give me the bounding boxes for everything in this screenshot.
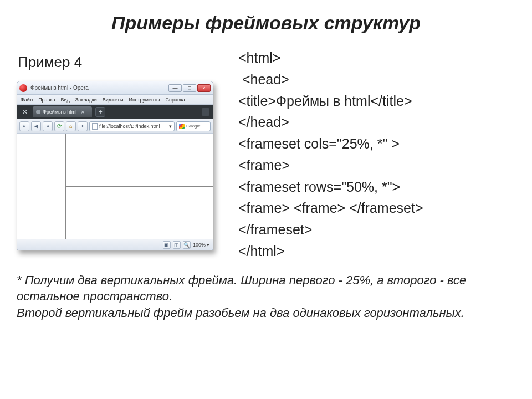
new-tab-button[interactable]: +	[95, 107, 105, 117]
camera-icon[interactable]: ▣	[163, 241, 171, 249]
statusbar: ▣ ◫ 🔍 100% ▾	[17, 239, 213, 250]
tabbar: ✕ Фреймы в html × +	[17, 105, 213, 119]
zoom-level[interactable]: 100% ▾	[193, 242, 209, 248]
menu-help[interactable]: Справка	[166, 97, 185, 103]
code-line: <frame>	[238, 155, 515, 176]
address-text: file://localhost/D:/index.html	[99, 124, 160, 129]
code-listing: <html> <head> <title>Фреймы в html</titl…	[238, 44, 515, 262]
trash-icon[interactable]	[202, 108, 209, 116]
tab-close-icon[interactable]: ×	[79, 108, 86, 116]
menu-file[interactable]: Файл	[21, 97, 33, 103]
address-toolbar: « ◄ » ⟳ ⌂ • file://localhost/D:/index.ht…	[17, 119, 213, 134]
code-line: <title>Фреймы в html</title>	[238, 90, 515, 112]
window-titlebar: Фреймы в html - Opera — □ ×	[17, 81, 213, 95]
menu-tools[interactable]: Инструменты	[129, 97, 160, 103]
tab-label: Фреймы в html	[43, 109, 76, 115]
page-viewport	[17, 134, 213, 239]
wand-button[interactable]: •	[78, 121, 88, 131]
frame-right	[66, 134, 213, 239]
window-controls: — □ ×	[168, 84, 211, 92]
chevron-down-icon: ▾	[207, 242, 209, 248]
code-line: </frameset>	[238, 219, 515, 241]
minimize-button[interactable]: —	[168, 84, 182, 92]
menu-view[interactable]: Вид	[61, 97, 70, 103]
address-input[interactable]: file://localhost/D:/index.html ▾	[89, 121, 175, 131]
code-line: <frame> <frame> </frameset>	[238, 197, 515, 219]
menu-bookmarks[interactable]: Закладки	[75, 97, 97, 103]
home-button[interactable]: ⌂	[66, 121, 76, 131]
code-line: </head>	[238, 111, 515, 133]
panel-toggle-icon[interactable]: ✕	[21, 108, 29, 116]
zoom-icon[interactable]: 🔍	[183, 241, 191, 249]
slide-title: Примеры фреймовых структур	[0, 0, 532, 38]
forward-button[interactable]: »	[43, 121, 53, 131]
tab-favicon-icon	[36, 110, 40, 114]
back-button[interactable]: ◄	[31, 121, 41, 131]
left-column: Пример 4 Фреймы в html - Opera — □ × Фай…	[17, 44, 222, 262]
frame-left	[17, 134, 66, 239]
zoom-value: 100%	[193, 242, 206, 248]
menu-widgets[interactable]: Виджеты	[103, 97, 124, 103]
opera-icon	[19, 84, 27, 92]
code-line: <frameset cols="25%, *" >	[238, 133, 515, 155]
code-line: <frameset rows="50%, *">	[238, 176, 515, 198]
window-title: Фреймы в html - Opera	[30, 85, 165, 91]
frame-bottom	[66, 187, 213, 239]
maximize-button[interactable]: □	[183, 84, 196, 92]
menu-edit[interactable]: Правка	[38, 97, 55, 103]
code-line: <head>	[238, 69, 515, 90]
example-label: Пример 4	[17, 44, 222, 81]
footer-note: * Получим два вертикальных фрейма. Ширин…	[0, 262, 532, 321]
menubar: Файл Правка Вид Закладки Виджеты Инструм…	[17, 95, 213, 105]
tab-active[interactable]: Фреймы в html ×	[33, 106, 92, 117]
google-icon	[179, 124, 185, 129]
code-line: <html>	[238, 47, 515, 69]
search-input[interactable]: Google	[176, 121, 211, 131]
rewind-button[interactable]: «	[19, 121, 29, 131]
code-line: </html>	[238, 241, 515, 262]
footer-line2: Второй вертикальный фрейм разобьем на дв…	[17, 305, 515, 321]
view-icon[interactable]: ◫	[173, 241, 181, 249]
search-placeholder: Google	[186, 124, 201, 129]
dropdown-icon[interactable]: ▾	[169, 124, 172, 129]
reload-button[interactable]: ⟳	[54, 121, 64, 131]
footer-line1: * Получим два вертикальных фрейма. Ширин…	[17, 272, 515, 305]
frame-top	[66, 134, 213, 187]
file-icon	[92, 123, 98, 130]
browser-window: Фреймы в html - Opera — □ × Файл Правка …	[17, 81, 213, 250]
content-row: Пример 4 Фреймы в html - Opera — □ × Фай…	[0, 38, 532, 262]
close-button[interactable]: ×	[197, 84, 211, 92]
